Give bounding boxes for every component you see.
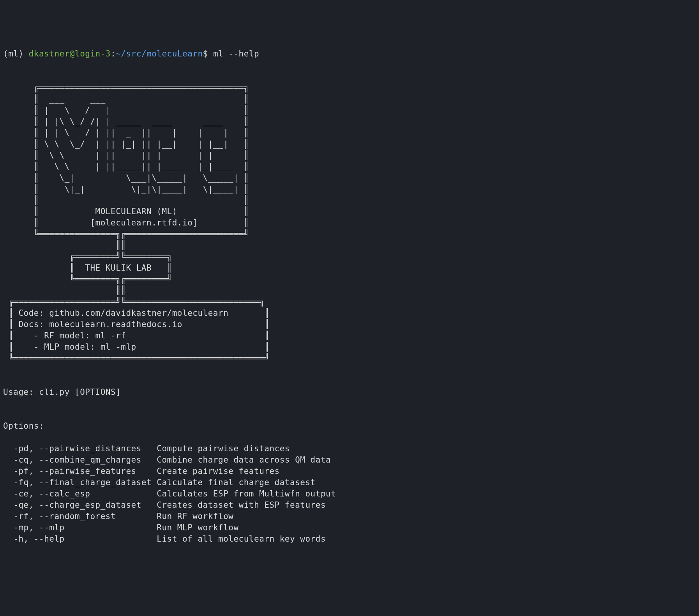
prompt-dollar: $ bbox=[203, 49, 213, 58]
option-flag: -ce, --calc_esp bbox=[3, 489, 157, 498]
option-flag: -cq, --combine_qm_charges bbox=[3, 455, 157, 465]
options-header: Options: bbox=[3, 421, 696, 432]
prompt-line[interactable]: (ml) dkastner@login-3:~/src/molecuLearn$… bbox=[3, 49, 259, 58]
option-flag: -h, --help bbox=[3, 534, 157, 544]
option-flag: -pf, --pairwise_features bbox=[3, 466, 157, 476]
option-description: Combine charge data across QM data bbox=[157, 455, 331, 465]
option-row: -rf, --random_forest Run RF workflow bbox=[3, 511, 696, 522]
option-flag: -fq, --final_charge_dataset bbox=[3, 478, 157, 487]
option-row: -ce, --calc_esp Calculates ESP from Mult… bbox=[3, 488, 696, 500]
prompt-command: ml --help bbox=[213, 49, 259, 58]
prompt-path: ~/src/molecuLearn bbox=[116, 49, 203, 58]
usage-line: Usage: cli.py [OPTIONS] bbox=[3, 387, 696, 398]
option-row: -cq, --combine_qm_charges Combine charge… bbox=[3, 454, 696, 466]
option-description: Calculate final charge datasest bbox=[157, 478, 315, 487]
option-description: Calculates ESP from Multiwfn output bbox=[157, 489, 336, 498]
prompt-user: dkastner@login-3 bbox=[29, 49, 111, 58]
option-description: Compute pairwise distances bbox=[157, 444, 290, 453]
option-description: Creates dataset with ESP features bbox=[157, 500, 326, 510]
option-row: -qe, --charge_esp_dataset Creates datase… bbox=[3, 500, 696, 511]
option-flag: -pd, --pairwise_distances bbox=[3, 444, 157, 453]
prompt-separator: : bbox=[111, 49, 116, 58]
options-list: -pd, --pairwise_distances Compute pairwi… bbox=[3, 443, 696, 545]
option-description: List of all moleculearn key words bbox=[157, 534, 326, 544]
option-row: -h, --help List of all moleculearn key w… bbox=[3, 533, 696, 545]
option-row: -pd, --pairwise_distances Compute pairwi… bbox=[3, 443, 696, 454]
option-description: Create pairwise features bbox=[157, 466, 279, 476]
option-description: Run MLP workflow bbox=[157, 523, 238, 532]
option-description: Run RF workflow bbox=[157, 512, 233, 521]
option-flag: -qe, --charge_esp_dataset bbox=[3, 500, 157, 510]
prompt-env: (ml) bbox=[3, 49, 29, 58]
option-row: -mp, --mlp Run MLP workflow bbox=[3, 522, 696, 533]
option-flag: -mp, --mlp bbox=[3, 523, 157, 532]
option-row: -pf, --pairwise_features Create pairwise… bbox=[3, 466, 696, 477]
option-row: -fq, --final_charge_dataset Calculate fi… bbox=[3, 477, 696, 488]
ascii-banner: ╔═══════════════════════════════════════… bbox=[3, 60, 696, 364]
option-flag: -rf, --random_forest bbox=[3, 512, 157, 521]
